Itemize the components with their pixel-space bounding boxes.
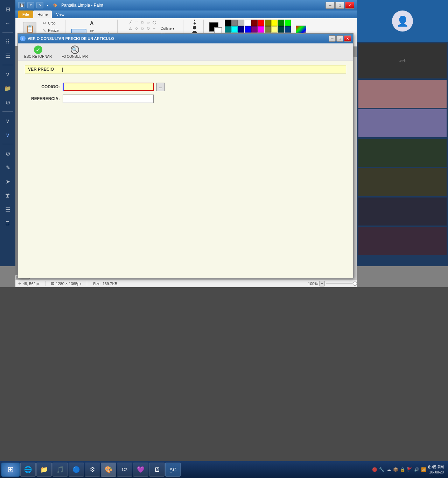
dialog-icon: i bbox=[20, 36, 26, 41]
codigo-ellipsis-button[interactable]: ... bbox=[156, 83, 165, 91]
sidebar-trash-icon[interactable]: 🗑 bbox=[1, 189, 14, 202]
sidebar-send-icon[interactable]: ➤ bbox=[1, 175, 14, 188]
sidebar-menu-icon[interactable]: ☰ bbox=[1, 49, 14, 62]
tray-network[interactable]: 📶 bbox=[421, 467, 427, 472]
resize-button[interactable]: ⤡ Resize bbox=[40, 27, 62, 34]
system-clock[interactable]: 6:45 PM 10-Jul-20 bbox=[428, 464, 444, 475]
color-cell-13[interactable] bbox=[245, 26, 251, 33]
text-button[interactable]: A bbox=[89, 20, 97, 27]
size-dot-small[interactable] bbox=[194, 20, 195, 21]
taskbar-terminal[interactable]: C:\ bbox=[117, 463, 132, 477]
tab-home[interactable]: Home bbox=[33, 11, 52, 18]
esc-retornar-button[interactable]: ✓ ESC RETORNAR bbox=[22, 44, 54, 60]
f3-consultar-button[interactable]: 🔍 F3 CONSULTAR bbox=[59, 44, 90, 60]
status-position: ✛ 48, 562px bbox=[18, 281, 40, 286]
taskbar-ie[interactable]: 🌐 bbox=[20, 463, 36, 477]
sidebar-chevron-down-2[interactable]: ∨ bbox=[1, 115, 14, 127]
shape-rect[interactable]: □ bbox=[140, 20, 145, 25]
tray-icon-6[interactable]: 🚩 bbox=[407, 467, 413, 472]
maximize-button[interactable]: □ bbox=[335, 2, 344, 9]
sidebar-edit-icon[interactable]: ✎ bbox=[1, 161, 14, 174]
shape-arrow-right[interactable]: → bbox=[152, 26, 157, 31]
color-cell-18[interactable] bbox=[278, 26, 284, 33]
sidebar-clock-icon[interactable]: ⊘ bbox=[1, 96, 14, 109]
paint-title-bar: 💾 ↶ ↷ ▾ 🎨 Pantalla Limpia - Paint ─ □ ✕ bbox=[15, 0, 357, 11]
color-cell-6[interactable] bbox=[265, 20, 271, 26]
color-cell-19[interactable] bbox=[285, 26, 291, 33]
codigo-input[interactable] bbox=[63, 83, 154, 91]
qat-undo[interactable]: ↶ bbox=[27, 2, 34, 8]
shape-hexagon[interactable]: ⬡ bbox=[146, 26, 151, 31]
tray-icon-4[interactable]: 📦 bbox=[393, 467, 399, 472]
dialog-maximize-button[interactable]: □ bbox=[336, 35, 343, 42]
shape-rhombus[interactable]: ◇ bbox=[134, 26, 139, 31]
referencia-input[interactable] bbox=[63, 95, 154, 103]
qat-dropdown[interactable]: ▾ bbox=[46, 2, 50, 8]
close-button[interactable]: ✕ bbox=[345, 2, 354, 9]
dialog-minimize-button[interactable]: ─ bbox=[329, 35, 336, 42]
shape-line[interactable]: ╱ bbox=[128, 20, 133, 25]
color-cell-2[interactable] bbox=[238, 20, 244, 26]
sidebar-chevron-down-1[interactable]: ∨ bbox=[1, 68, 14, 81]
size-dot-medium[interactable] bbox=[194, 22, 196, 25]
taskbar-settings[interactable]: ⚙ bbox=[85, 463, 100, 477]
crop-button[interactable]: ✂ Crop bbox=[40, 20, 62, 27]
color-cell-9[interactable] bbox=[285, 20, 291, 26]
color-cell-7[interactable] bbox=[271, 20, 278, 26]
tray-volume[interactable]: 🔊 bbox=[414, 467, 420, 472]
sidebar-chevron-down-3[interactable]: ∨ bbox=[1, 129, 14, 141]
start-button[interactable]: ⊞ bbox=[1, 463, 20, 477]
shape-ellipse[interactable]: ◯ bbox=[152, 20, 157, 25]
color-cell-8[interactable] bbox=[278, 20, 284, 26]
taskbar-explorer[interactable]: 📁 bbox=[36, 463, 52, 477]
tray-icon-1[interactable]: 🔴 bbox=[372, 467, 378, 472]
color-cell-15[interactable] bbox=[258, 26, 264, 33]
sidebar-home-icon[interactable]: ⊞ bbox=[1, 3, 14, 15]
shape-pentagon[interactable]: ⬠ bbox=[140, 26, 145, 31]
sidebar-folder-icon[interactable]: 📁 bbox=[1, 82, 14, 95]
color-cell-16[interactable] bbox=[265, 26, 271, 33]
qat-redo[interactable]: ↷ bbox=[36, 2, 43, 8]
tray-icon-5[interactable]: 🔒 bbox=[400, 467, 406, 472]
sidebar-apps-icon[interactable]: ⠿ bbox=[1, 35, 14, 48]
esc-icon: ✓ bbox=[34, 46, 42, 54]
color-cell-1[interactable] bbox=[231, 20, 238, 26]
color-cell-5[interactable] bbox=[258, 20, 264, 26]
sidebar-note-icon[interactable]: 🗒 bbox=[1, 217, 14, 230]
tab-file[interactable]: File bbox=[18, 11, 33, 18]
dialog-close-button[interactable]: ✕ bbox=[344, 35, 351, 42]
system-tray: 🔴 🔧 ☁ 📦 🔒 🚩 🔊 📶 6:45 PM 10-Jul-20 bbox=[369, 464, 447, 475]
zoom-thumb[interactable] bbox=[353, 282, 357, 286]
minimize-button[interactable]: ─ bbox=[326, 2, 335, 9]
zoom-out-button[interactable]: − bbox=[319, 281, 325, 286]
dims-icon: ⊡ bbox=[51, 281, 54, 286]
zoom-slider[interactable] bbox=[326, 283, 354, 284]
taskbar-app3[interactable]: A̲C bbox=[165, 463, 181, 477]
sidebar-list-icon[interactable]: ☰ bbox=[1, 203, 14, 216]
color-cell-11[interactable] bbox=[231, 26, 238, 33]
tray-icon-2[interactable]: 🔧 bbox=[379, 467, 385, 472]
shape-roundrect[interactable]: ▭ bbox=[146, 20, 151, 25]
sidebar-ban-icon[interactable]: ⊘ bbox=[1, 147, 14, 160]
thumb-img-3 bbox=[358, 109, 447, 137]
color-cell-12[interactable] bbox=[238, 26, 244, 33]
tab-view[interactable]: View bbox=[52, 11, 69, 18]
taskbar-app2[interactable]: 🖥 bbox=[149, 463, 164, 477]
color-cell-4[interactable] bbox=[251, 20, 258, 26]
shape-curve[interactable]: ⌒ bbox=[134, 20, 139, 25]
tray-icon-3[interactable]: ☁ bbox=[386, 467, 392, 472]
taskbar-chrome[interactable]: 🔵 bbox=[69, 463, 84, 477]
sidebar-back-icon[interactable]: ← bbox=[1, 17, 14, 29]
color-cell-10[interactable] bbox=[225, 26, 231, 33]
taskbar-app1[interactable]: 💜 bbox=[133, 463, 148, 477]
size-dot-large[interactable] bbox=[193, 26, 196, 29]
outline-button[interactable]: Outline ▾ bbox=[159, 26, 176, 31]
taskbar-paint[interactable]: 🎨 bbox=[101, 463, 116, 477]
color-cell-14[interactable] bbox=[251, 26, 258, 33]
color-cell-0[interactable] bbox=[225, 20, 231, 26]
taskbar-media[interactable]: 🎵 bbox=[52, 463, 68, 477]
qat-save[interactable]: 💾 bbox=[18, 2, 25, 8]
shape-triangle[interactable]: △ bbox=[128, 26, 133, 31]
color-cell-17[interactable] bbox=[271, 26, 278, 33]
color-cell-3[interactable] bbox=[245, 20, 251, 26]
